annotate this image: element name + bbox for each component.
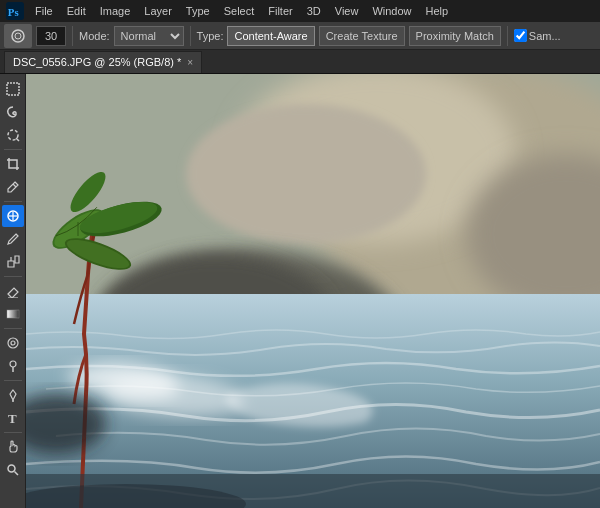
tab-title: DSC_0556.JPG @ 25% (RGB/8) * bbox=[13, 56, 181, 68]
main-area: T bbox=[0, 74, 600, 508]
tab-bar: DSC_0556.JPG @ 25% (RGB/8) * × bbox=[0, 50, 600, 74]
create-texture-btn[interactable]: Create Texture bbox=[319, 26, 405, 46]
tab-close-btn[interactable]: × bbox=[187, 57, 193, 68]
svg-point-12 bbox=[11, 341, 15, 345]
tool-pen[interactable] bbox=[2, 384, 24, 406]
tool-sep-2 bbox=[4, 201, 22, 202]
menu-3d[interactable]: 3D bbox=[300, 0, 328, 22]
svg-point-2 bbox=[12, 30, 24, 42]
document-tab[interactable]: DSC_0556.JPG @ 25% (RGB/8) * × bbox=[4, 51, 202, 73]
menu-window[interactable]: Window bbox=[365, 0, 418, 22]
sample-checkbox[interactable]: Sam... bbox=[514, 29, 561, 42]
brush-preset-icon[interactable] bbox=[4, 24, 32, 48]
proximity-match-btn[interactable]: Proximity Match bbox=[409, 26, 501, 46]
separator-3 bbox=[507, 26, 508, 46]
tool-eyedropper[interactable] bbox=[2, 176, 24, 198]
menu-select[interactable]: Select bbox=[217, 0, 262, 22]
tool-marquee[interactable] bbox=[2, 78, 24, 100]
svg-rect-10 bbox=[7, 310, 19, 318]
menu-edit[interactable]: Edit bbox=[60, 0, 93, 22]
tool-eraser[interactable] bbox=[2, 280, 24, 302]
svg-point-17 bbox=[8, 465, 15, 472]
menu-type[interactable]: Type bbox=[179, 0, 217, 22]
menu-filter[interactable]: Filter bbox=[261, 0, 299, 22]
mode-select[interactable]: Normal Multiply Screen bbox=[114, 26, 184, 46]
menu-view[interactable]: View bbox=[328, 0, 366, 22]
toolbox: T bbox=[0, 74, 26, 508]
separator-1 bbox=[72, 26, 73, 46]
svg-text:T: T bbox=[8, 411, 17, 425]
menubar: Ps File Edit Image Layer Type Select Fil… bbox=[0, 0, 600, 22]
svg-rect-4 bbox=[7, 83, 19, 95]
tool-zoom[interactable] bbox=[2, 459, 24, 481]
tool-healing-brush[interactable] bbox=[2, 205, 24, 227]
tool-blur[interactable] bbox=[2, 332, 24, 354]
tool-brush[interactable] bbox=[2, 228, 24, 250]
tool-lasso[interactable] bbox=[2, 101, 24, 123]
tool-sep-6 bbox=[4, 432, 22, 433]
photo-canvas bbox=[26, 74, 600, 508]
tool-clone-stamp[interactable] bbox=[2, 251, 24, 273]
options-bar: Mode: Normal Multiply Screen Type: Conte… bbox=[0, 22, 600, 50]
tool-hand[interactable] bbox=[2, 436, 24, 458]
menu-layer[interactable]: Layer bbox=[137, 0, 179, 22]
svg-point-11 bbox=[8, 338, 18, 348]
ps-logo: Ps bbox=[2, 0, 28, 22]
mode-label: Mode: bbox=[79, 30, 110, 42]
svg-text:Ps: Ps bbox=[8, 6, 19, 18]
svg-point-3 bbox=[15, 33, 21, 39]
tool-gradient[interactable] bbox=[2, 303, 24, 325]
tool-sep-5 bbox=[4, 380, 22, 381]
tool-sep-4 bbox=[4, 328, 22, 329]
svg-point-13 bbox=[10, 361, 16, 367]
tool-quick-select[interactable] bbox=[2, 124, 24, 146]
menu-image[interactable]: Image bbox=[93, 0, 138, 22]
separator-2 bbox=[190, 26, 191, 46]
brush-size-input[interactable] bbox=[36, 26, 66, 46]
svg-point-23 bbox=[186, 104, 426, 244]
menu-file[interactable]: File bbox=[28, 0, 60, 22]
menu-help[interactable]: Help bbox=[419, 0, 456, 22]
tool-sep-1 bbox=[4, 149, 22, 150]
canvas-area[interactable] bbox=[26, 74, 600, 508]
tool-type[interactable]: T bbox=[2, 407, 24, 429]
svg-line-18 bbox=[14, 472, 18, 476]
tool-dodge[interactable] bbox=[2, 355, 24, 377]
type-label: Type: bbox=[197, 30, 224, 42]
tool-sep-3 bbox=[4, 276, 22, 277]
tool-crop[interactable] bbox=[2, 153, 24, 175]
content-aware-btn[interactable]: Content-Aware bbox=[227, 26, 314, 46]
